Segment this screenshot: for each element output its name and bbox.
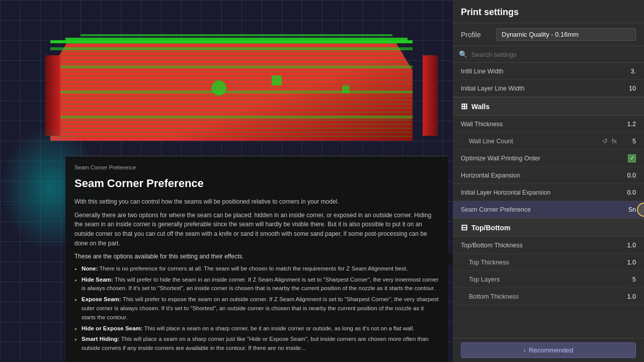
tooltip-small-title: Seam Corner Preference [74, 163, 439, 172]
recommended-label: Recommended [529, 346, 573, 354]
walls-section-label: Walls [471, 103, 490, 111]
top-bottom-icon: ⊟ [461, 223, 467, 232]
wall-thickness-label: Wall Thickness [461, 121, 621, 128]
wall-line-count-row[interactable]: Wall Line Count ↺ fx 5 [453, 133, 644, 150]
option-smart: Smart Hiding: This will place a seam on … [82, 335, 439, 353]
top-layers-label: Top Layers [461, 276, 621, 283]
wall-line-count-value: 5 [621, 138, 636, 145]
panel-title: Print settings [453, 0, 644, 23]
recommended-button[interactable]: ‹ Recommended [461, 342, 636, 358]
formula-icon[interactable]: fx [611, 136, 618, 146]
option-hide-expose: Hide or Expose Seam: This will place a s… [82, 324, 439, 333]
seam-corner-value: Sn [621, 206, 636, 213]
top-thickness-value: 1.0 [621, 259, 636, 266]
chevron-left-icon: ‹ [524, 346, 526, 354]
initial-layer-line-width-label: Initial Layer Line Width [461, 85, 621, 92]
option-none: None: There is no preference for corners… [82, 264, 439, 274]
profile-row: Profile Dynamic Quality - 0.16mm [453, 23, 644, 46]
top-bottom-section-label: Top/Bottom [471, 224, 511, 232]
optimize-wall-row[interactable]: Optimize Wall Printing Order ✓ [453, 150, 644, 167]
profile-label: Profile [461, 31, 491, 39]
tooltip-options-list: None: There is no preference for corners… [74, 264, 439, 353]
top-bottom-thickness-label: Top/Bottom Thickness [461, 242, 621, 249]
horizontal-expansion-label: Horizontal Expansion [461, 172, 621, 179]
tooltip-options-intro: These are the options available for this… [74, 252, 439, 261]
tooltip-panel: Seam Corner Preference Seam Corner Prefe… [65, 156, 448, 362]
infill-line-width-label: Infill Line Width [461, 68, 621, 75]
top-bottom-thickness-value: 1.0 [621, 242, 636, 249]
initial-layer-horiz-row[interactable]: Initial Layer Horizontal Expansion 0.0 [453, 184, 644, 201]
wall-line-count-icons: ↺ fx [601, 136, 618, 146]
top-bottom-thickness-row[interactable]: Top/Bottom Thickness 1.0 [453, 237, 644, 254]
bottom-thickness-row[interactable]: Bottom Thickness 1.0 [453, 288, 644, 305]
3d-viewport[interactable]: Seam Corner Preference Seam Corner Prefe… [0, 0, 453, 362]
horizontal-expansion-row[interactable]: Horizontal Expansion 0.0 [453, 167, 644, 184]
top-layers-row[interactable]: Top Layers 5 [453, 271, 644, 288]
wall-line-count-label: Wall Line Count [461, 138, 601, 145]
horizontal-expansion-value: 0.0 [621, 172, 636, 179]
top-thickness-row[interactable]: Top Thickness 1.0 [453, 254, 644, 271]
top-thickness-label: Top Thickness [461, 259, 621, 266]
search-icon: 🔍 [459, 50, 467, 58]
search-row: 🔍 [453, 46, 644, 63]
cursor-indicator [637, 203, 644, 217]
settings-panel: Print settings Profile Dynamic Quality -… [453, 0, 644, 362]
initial-layer-line-width-value: 10 [621, 85, 636, 92]
bottom-thickness-label: Bottom Thickness [461, 293, 621, 300]
top-bottom-section-header[interactable]: ⊟ Top/Bottom [453, 218, 644, 237]
reset-icon[interactable]: ↺ [601, 136, 609, 146]
infill-line-width-value: 3. [621, 68, 636, 75]
wall-thickness-value: 1.2 [621, 121, 636, 128]
optimize-wall-label: Optimize Wall Printing Order [461, 155, 628, 162]
option-hide: Hide Seam: This will prefer to hide the … [82, 276, 439, 294]
tooltip-desc2: Generally there are two options for wher… [74, 211, 439, 248]
optimize-wall-checkbox[interactable]: ✓ [628, 154, 636, 162]
initial-layer-line-width-row[interactable]: Initial Layer Line Width 10 [453, 80, 644, 97]
tooltip-desc1: With this setting you can control how th… [74, 197, 439, 207]
initial-layer-horiz-value: 0.0 [621, 189, 636, 196]
walls-icon: ⊞ [461, 102, 467, 111]
initial-layer-horiz-label: Initial Layer Horizontal Expansion [461, 189, 621, 196]
infill-line-width-row[interactable]: Infill Line Width 3. [453, 63, 644, 80]
option-expose: Expose Seam: This will prefer to expose … [82, 295, 439, 322]
settings-list: Infill Line Width 3. Initial Layer Line … [453, 63, 644, 338]
seam-corner-row[interactable]: Seam Corner Preference Sn [453, 201, 644, 218]
bottom-bar: ‹ Recommended [453, 338, 644, 362]
profile-value[interactable]: Dynamic Quality - 0.16mm [496, 28, 636, 41]
wall-thickness-row[interactable]: Wall Thickness 1.2 [453, 116, 644, 133]
search-input[interactable] [471, 51, 638, 58]
tooltip-arrow [448, 252, 453, 266]
top-layers-value: 5 [621, 276, 636, 283]
tooltip-large-title: Seam Corner Preference [74, 175, 439, 192]
bottom-thickness-value: 1.0 [621, 293, 636, 300]
seam-corner-label: Seam Corner Preference [461, 206, 621, 213]
walls-section-header[interactable]: ⊞ Walls [453, 97, 644, 116]
